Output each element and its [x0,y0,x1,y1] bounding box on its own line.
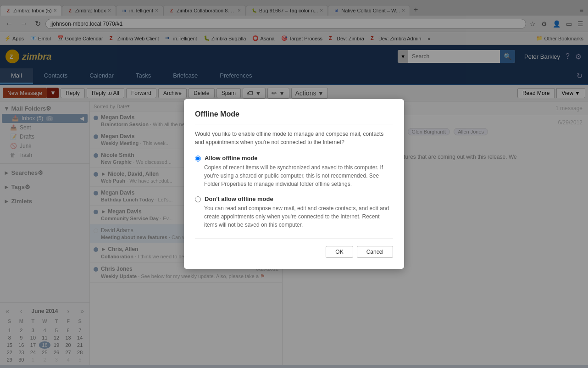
modal-ok-btn[interactable]: OK [326,246,353,258]
modal-cancel-btn[interactable]: Cancel [357,246,393,258]
modal-footer: OK Cancel [195,238,393,258]
allow-offline-desc: Copies of recent items will be synchroni… [204,163,393,188]
option-allow-offline: Allow offline mode Copies of recent item… [195,155,393,188]
offline-mode-modal: Offline Mode Would you like to enable of… [184,99,404,269]
modal-overlay: Offline Mode Would you like to enable of… [0,0,588,368]
allow-offline-label: Allow offline mode [205,155,258,162]
no-offline-desc: You can read and compose new mail, edit … [204,204,393,229]
allow-offline-radio[interactable] [195,156,201,162]
no-offline-radio[interactable] [195,196,201,202]
modal-description: Would you like to enable offline mode to… [195,130,393,146]
option-no-offline: Don't allow offline mode You can read an… [195,195,393,229]
option-no-row: Don't allow offline mode [195,195,393,202]
option-allow-row: Allow offline mode [195,155,393,162]
no-offline-label: Don't allow offline mode [205,195,273,202]
modal-title: Offline Mode [195,110,393,124]
